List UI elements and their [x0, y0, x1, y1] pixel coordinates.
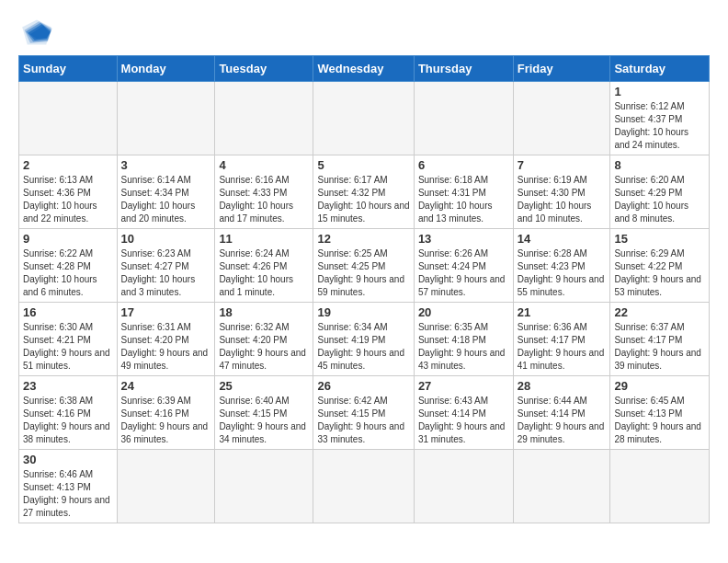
day-cell: 19Sunrise: 6:34 AM Sunset: 4:19 PM Dayli…: [313, 303, 414, 376]
day-number: 15: [614, 232, 705, 246]
day-info: Sunrise: 6:32 AM Sunset: 4:20 PM Dayligh…: [219, 321, 309, 373]
day-info: Sunrise: 6:18 AM Sunset: 4:31 PM Dayligh…: [418, 174, 509, 225]
day-info: Sunrise: 6:39 AM Sunset: 4:16 PM Dayligh…: [121, 395, 211, 446]
day-number: 20: [418, 305, 509, 319]
day-number: 9: [23, 232, 113, 246]
day-cell: 30Sunrise: 6:46 AM Sunset: 4:13 PM Dayli…: [19, 450, 118, 523]
day-cell: 5Sunrise: 6:17 AM Sunset: 4:32 PM Daylig…: [313, 155, 414, 229]
logo: [18, 18, 61, 46]
day-number: 23: [23, 379, 113, 393]
day-info: Sunrise: 6:14 AM Sunset: 4:34 PM Dayligh…: [121, 174, 211, 225]
day-info: Sunrise: 6:44 AM Sunset: 4:14 PM Dayligh…: [518, 395, 607, 446]
week-row-2: 9Sunrise: 6:22 AM Sunset: 4:28 PM Daylig…: [19, 229, 710, 303]
day-cell: 24Sunrise: 6:39 AM Sunset: 4:16 PM Dayli…: [117, 376, 215, 450]
day-cell: 15Sunrise: 6:29 AM Sunset: 4:22 PM Dayli…: [610, 229, 710, 303]
day-info: Sunrise: 6:38 AM Sunset: 4:16 PM Dayligh…: [23, 395, 113, 446]
day-cell: 6Sunrise: 6:18 AM Sunset: 4:31 PM Daylig…: [414, 155, 513, 229]
weekday-header-tuesday: Tuesday: [215, 56, 313, 82]
day-cell: 23Sunrise: 6:38 AM Sunset: 4:16 PM Dayli…: [19, 376, 118, 450]
day-cell: [513, 82, 610, 155]
day-info: Sunrise: 6:16 AM Sunset: 4:33 PM Dayligh…: [219, 174, 309, 225]
day-cell: [610, 450, 710, 523]
logo-icon: [18, 18, 55, 46]
week-row-3: 16Sunrise: 6:30 AM Sunset: 4:21 PM Dayli…: [19, 303, 710, 376]
calendar: SundayMondayTuesdayWednesdayThursdayFrid…: [18, 55, 710, 523]
day-number: 11: [219, 232, 309, 246]
day-cell: 20Sunrise: 6:35 AM Sunset: 4:18 PM Dayli…: [414, 303, 513, 376]
day-number: 2: [23, 158, 113, 172]
page-header: [18, 18, 710, 46]
day-info: Sunrise: 6:20 AM Sunset: 4:29 PM Dayligh…: [614, 174, 705, 225]
day-cell: 25Sunrise: 6:40 AM Sunset: 4:15 PM Dayli…: [215, 376, 313, 450]
day-number: 18: [219, 305, 309, 319]
day-cell: [513, 450, 610, 523]
day-cell: [117, 82, 215, 155]
week-row-5: 30Sunrise: 6:46 AM Sunset: 4:13 PM Dayli…: [19, 450, 710, 523]
day-info: Sunrise: 6:45 AM Sunset: 4:13 PM Dayligh…: [614, 395, 705, 446]
day-cell: 18Sunrise: 6:32 AM Sunset: 4:20 PM Dayli…: [215, 303, 313, 376]
day-cell: 11Sunrise: 6:24 AM Sunset: 4:26 PM Dayli…: [215, 229, 313, 303]
day-number: 6: [418, 158, 509, 172]
day-number: 25: [219, 379, 309, 393]
day-number: 12: [317, 232, 409, 246]
day-cell: 4Sunrise: 6:16 AM Sunset: 4:33 PM Daylig…: [215, 155, 313, 229]
day-info: Sunrise: 6:42 AM Sunset: 4:15 PM Dayligh…: [317, 395, 409, 446]
day-number: 29: [614, 379, 705, 393]
day-info: Sunrise: 6:25 AM Sunset: 4:25 PM Dayligh…: [317, 247, 409, 299]
day-info: Sunrise: 6:22 AM Sunset: 4:28 PM Dayligh…: [23, 247, 113, 299]
day-info: Sunrise: 6:30 AM Sunset: 4:21 PM Dayligh…: [23, 321, 113, 373]
day-cell: [117, 450, 215, 523]
day-cell: 3Sunrise: 6:14 AM Sunset: 4:34 PM Daylig…: [117, 155, 215, 229]
day-number: 8: [614, 158, 705, 172]
day-number: 28: [518, 379, 607, 393]
day-info: Sunrise: 6:26 AM Sunset: 4:24 PM Dayligh…: [418, 247, 509, 299]
weekday-header-friday: Friday: [513, 56, 610, 82]
weekday-header-sunday: Sunday: [19, 56, 118, 82]
week-row-0: 1Sunrise: 6:12 AM Sunset: 4:37 PM Daylig…: [19, 82, 710, 155]
day-number: 7: [518, 158, 607, 172]
week-row-1: 2Sunrise: 6:13 AM Sunset: 4:36 PM Daylig…: [19, 155, 710, 229]
day-cell: [313, 82, 414, 155]
day-cell: 16Sunrise: 6:30 AM Sunset: 4:21 PM Dayli…: [19, 303, 118, 376]
day-number: 21: [518, 305, 607, 319]
weekday-header-thursday: Thursday: [414, 56, 513, 82]
day-cell: 21Sunrise: 6:36 AM Sunset: 4:17 PM Dayli…: [513, 303, 610, 376]
day-cell: [313, 450, 414, 523]
day-cell: [414, 82, 513, 155]
week-row-4: 23Sunrise: 6:38 AM Sunset: 4:16 PM Dayli…: [19, 376, 710, 450]
day-info: Sunrise: 6:34 AM Sunset: 4:19 PM Dayligh…: [317, 321, 409, 373]
day-info: Sunrise: 6:13 AM Sunset: 4:36 PM Dayligh…: [23, 174, 113, 225]
day-number: 3: [121, 158, 211, 172]
day-info: Sunrise: 6:40 AM Sunset: 4:15 PM Dayligh…: [219, 395, 309, 446]
day-cell: 2Sunrise: 6:13 AM Sunset: 4:36 PM Daylig…: [19, 155, 118, 229]
weekday-header-saturday: Saturday: [610, 56, 710, 82]
day-number: 27: [418, 379, 509, 393]
day-number: 1: [614, 85, 705, 98]
day-cell: 12Sunrise: 6:25 AM Sunset: 4:25 PM Dayli…: [313, 229, 414, 303]
day-info: Sunrise: 6:36 AM Sunset: 4:17 PM Dayligh…: [518, 321, 607, 373]
day-cell: 1Sunrise: 6:12 AM Sunset: 4:37 PM Daylig…: [610, 82, 710, 155]
day-cell: 14Sunrise: 6:28 AM Sunset: 4:23 PM Dayli…: [513, 229, 610, 303]
day-info: Sunrise: 6:43 AM Sunset: 4:14 PM Dayligh…: [418, 395, 509, 446]
weekday-header-monday: Monday: [117, 56, 215, 82]
day-number: 5: [317, 158, 409, 172]
day-number: 24: [121, 379, 211, 393]
day-number: 14: [518, 232, 607, 246]
day-info: Sunrise: 6:46 AM Sunset: 4:13 PM Dayligh…: [23, 468, 113, 520]
day-info: Sunrise: 6:12 AM Sunset: 4:37 PM Dayligh…: [614, 100, 705, 152]
day-number: 19: [317, 305, 409, 319]
day-cell: 7Sunrise: 6:19 AM Sunset: 4:30 PM Daylig…: [513, 155, 610, 229]
day-number: 30: [23, 453, 113, 466]
day-info: Sunrise: 6:17 AM Sunset: 4:32 PM Dayligh…: [317, 174, 409, 225]
day-cell: 27Sunrise: 6:43 AM Sunset: 4:14 PM Dayli…: [414, 376, 513, 450]
day-cell: 9Sunrise: 6:22 AM Sunset: 4:28 PM Daylig…: [19, 229, 118, 303]
day-cell: [215, 82, 313, 155]
day-cell: 17Sunrise: 6:31 AM Sunset: 4:20 PM Dayli…: [117, 303, 215, 376]
weekday-header-row: SundayMondayTuesdayWednesdayThursdayFrid…: [19, 56, 710, 82]
day-number: 17: [121, 305, 211, 319]
weekday-header-wednesday: Wednesday: [313, 56, 414, 82]
day-info: Sunrise: 6:19 AM Sunset: 4:30 PM Dayligh…: [518, 174, 607, 225]
day-info: Sunrise: 6:29 AM Sunset: 4:22 PM Dayligh…: [614, 247, 705, 299]
day-info: Sunrise: 6:37 AM Sunset: 4:17 PM Dayligh…: [614, 321, 705, 373]
day-info: Sunrise: 6:28 AM Sunset: 4:23 PM Dayligh…: [518, 247, 607, 299]
